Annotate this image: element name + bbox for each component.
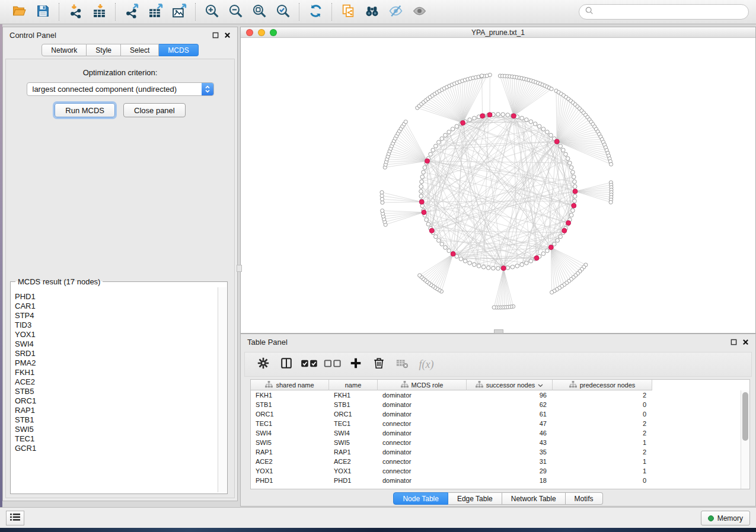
column-header-successor-nodes[interactable]: successor nodes xyxy=(467,380,553,390)
zoom-fit-button[interactable] xyxy=(247,2,271,22)
graph-node[interactable] xyxy=(573,199,577,203)
minimize-window-button[interactable] xyxy=(258,29,265,36)
graph-leaf-node[interactable] xyxy=(488,73,492,76)
optimization-select[interactable]: largest connected component (undirected) xyxy=(27,82,214,96)
task-list-button[interactable] xyxy=(6,511,24,525)
graph-node[interactable] xyxy=(506,113,510,117)
export-network-button[interactable] xyxy=(120,2,143,22)
tab-select[interactable]: Select xyxy=(121,44,159,56)
graph-node[interactable] xyxy=(520,116,524,120)
graph-node[interactable] xyxy=(473,116,477,120)
table-settings-button[interactable] xyxy=(253,355,273,374)
deselect-all-button[interactable] xyxy=(323,355,343,374)
graph-node[interactable] xyxy=(437,140,441,145)
graph-node[interactable] xyxy=(473,262,477,267)
graph-node[interactable] xyxy=(420,175,425,179)
mcds-result-item[interactable]: STB5 xyxy=(12,387,217,396)
table-row-phd1[interactable]: PHD1PHD1dominator180 xyxy=(251,476,741,485)
column-header-predecessor-nodes[interactable]: predecessor nodes xyxy=(553,380,652,390)
table-scrollbar-thumb[interactable] xyxy=(742,392,748,441)
graph-mcds-node[interactable] xyxy=(548,245,553,249)
graph-leaf-node[interactable] xyxy=(404,120,407,124)
mcds-result-item[interactable]: SWI5 xyxy=(12,425,217,434)
graph-leaf-node[interactable] xyxy=(418,274,422,277)
graph-node[interactable] xyxy=(546,130,550,134)
binoculars-button[interactable] xyxy=(360,2,384,22)
result-list-scrollbar[interactable] xyxy=(218,287,227,492)
network-graph[interactable] xyxy=(241,39,755,333)
mcds-result-item[interactable]: RAP1 xyxy=(12,406,217,415)
mcds-result-item[interactable]: TEC1 xyxy=(12,434,217,444)
table-row-swi4[interactable]: SWI4SWI4dominator462 xyxy=(251,428,741,438)
tab-mcds[interactable]: MCDS xyxy=(159,44,198,56)
graph-node[interactable] xyxy=(420,180,424,184)
graph-node[interactable] xyxy=(506,266,510,270)
graph-node[interactable] xyxy=(496,113,500,117)
graph-node[interactable] xyxy=(434,235,438,239)
graph-node[interactable] xyxy=(559,144,563,148)
graph-mcds-node[interactable] xyxy=(554,139,559,144)
table-row-fkh1[interactable]: FKH1FKH1dominator962 xyxy=(251,390,741,400)
graph-node[interactable] xyxy=(572,175,576,179)
graph-node[interactable] xyxy=(541,252,546,256)
select-all-button[interactable] xyxy=(299,355,320,374)
mcds-result-item[interactable]: STB1 xyxy=(12,415,217,425)
close-panel-button-2[interactable]: Close panel xyxy=(123,103,186,117)
table-scrollbar[interactable] xyxy=(741,390,749,489)
graph-node[interactable] xyxy=(486,266,490,270)
graph-node[interactable] xyxy=(429,152,433,156)
graph-leaf-node[interactable] xyxy=(480,74,483,78)
run-mcds-button[interactable]: Run MCDS xyxy=(55,103,115,117)
graph-node[interactable] xyxy=(571,170,575,174)
graph-node[interactable] xyxy=(566,156,570,161)
graph-mcds-node[interactable] xyxy=(487,113,492,117)
hide-selected-button[interactable] xyxy=(384,2,407,22)
graph-mcds-node[interactable] xyxy=(429,228,434,233)
graph-node[interactable] xyxy=(459,257,463,261)
graph-node[interactable] xyxy=(419,194,423,198)
graph-node[interactable] xyxy=(529,259,533,263)
mcds-result-item[interactable]: FKH1 xyxy=(12,368,217,377)
save-session-button[interactable] xyxy=(31,2,55,22)
graph-node[interactable] xyxy=(496,267,500,271)
graph-node[interactable] xyxy=(419,185,423,189)
tab-network-table[interactable]: Network Table xyxy=(502,492,566,505)
mcds-result-item[interactable]: ACE2 xyxy=(12,377,217,387)
graph-mcds-node[interactable] xyxy=(501,266,506,271)
export-table-button[interactable] xyxy=(143,2,167,22)
table-row-rap1[interactable]: RAP1RAP1dominator352 xyxy=(251,447,741,457)
zoom-in-button[interactable] xyxy=(200,2,224,22)
mcds-result-item[interactable]: SWI4 xyxy=(12,339,217,349)
open-file-button[interactable] xyxy=(7,2,31,22)
table-row-orc1[interactable]: ORC1ORC1dominator610 xyxy=(251,409,741,419)
graph-node[interactable] xyxy=(434,144,438,148)
mcds-result-item[interactable]: CAR1 xyxy=(12,302,217,311)
graph-node[interactable] xyxy=(559,235,563,239)
graph-node[interactable] xyxy=(437,239,441,243)
graph-node[interactable] xyxy=(440,137,444,141)
graph-mcds-node[interactable] xyxy=(425,159,430,164)
graph-leaf-node[interactable] xyxy=(550,290,554,294)
graph-node[interactable] xyxy=(564,152,568,156)
tab-network[interactable]: Network xyxy=(42,44,87,56)
graph-node[interactable] xyxy=(569,213,573,217)
graph-node[interactable] xyxy=(573,185,577,189)
close-window-button[interactable] xyxy=(246,29,253,36)
splitter-grip-vertical[interactable] xyxy=(237,265,242,272)
graph-leaf-node[interactable] xyxy=(492,306,496,309)
graph-node[interactable] xyxy=(477,264,481,268)
graph-leaf-node[interactable] xyxy=(609,162,613,166)
graph-node[interactable] xyxy=(511,265,515,269)
graph-mcds-node[interactable] xyxy=(566,220,571,225)
close-panel-button[interactable] xyxy=(742,339,749,345)
graph-node[interactable] xyxy=(529,120,533,124)
add-column-button[interactable] xyxy=(346,355,366,374)
tab-style[interactable]: Style xyxy=(87,44,121,56)
show-columns-button[interactable] xyxy=(276,355,296,374)
graph-node[interactable] xyxy=(455,124,459,129)
graph-node[interactable] xyxy=(440,242,444,246)
float-panel-button[interactable] xyxy=(212,32,219,39)
graph-node[interactable] xyxy=(422,170,426,174)
graph-mcds-node[interactable] xyxy=(562,228,567,233)
graph-node[interactable] xyxy=(492,266,496,270)
